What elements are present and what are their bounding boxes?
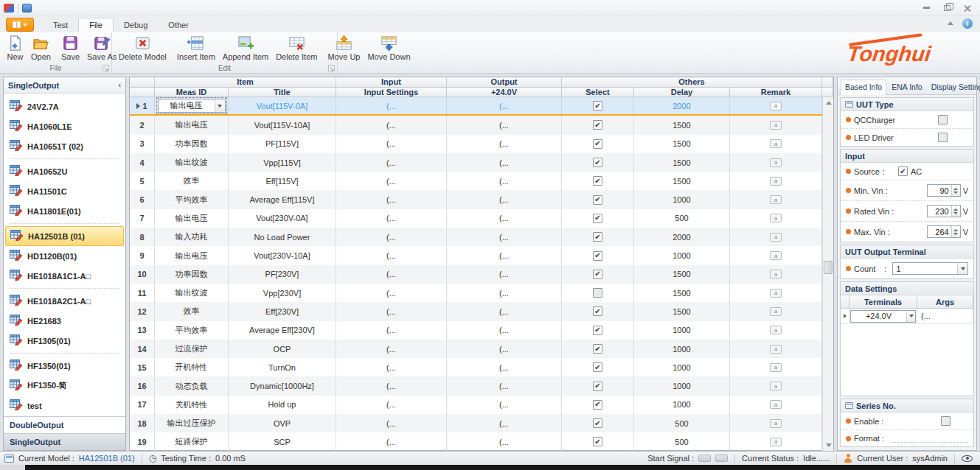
cell-meas-id[interactable]: 效率 <box>155 172 229 190</box>
remark-note-icon[interactable]: a <box>770 345 782 354</box>
cell-input-settings[interactable]: (... <box>336 358 447 376</box>
cell-delay[interactable]: 1000 <box>634 340 730 358</box>
cell-title[interactable]: Hold up <box>229 396 336 414</box>
cell-meas-id[interactable]: 过流保护 <box>155 340 229 358</box>
sidebar-item[interactable]: HA11501C <box>4 181 125 201</box>
cell-title[interactable]: No Load Power <box>229 228 336 246</box>
cell-output[interactable]: (... <box>447 302 562 320</box>
cell-delay[interactable]: 500 <box>634 414 730 432</box>
cell-title[interactable]: Eff[230V] <box>229 302 336 320</box>
cell-input-settings[interactable]: (... <box>336 97 447 114</box>
cell-input-settings[interactable]: (... <box>336 376 447 395</box>
application-menu-button[interactable] <box>6 18 34 32</box>
select-checkbox[interactable]: ✔ <box>593 400 602 410</box>
count-select[interactable]: 1 <box>892 262 968 275</box>
spinner-buttons[interactable] <box>951 226 960 237</box>
remark-note-icon[interactable]: a <box>770 419 782 428</box>
cell-delay[interactable]: 1500 <box>634 135 730 153</box>
scrollbar-thumb[interactable] <box>824 261 833 274</box>
measurement-row[interactable]: 19短路保护SCP(...(...✔500a <box>130 432 833 451</box>
cell-delay[interactable]: 2000 <box>634 228 730 246</box>
cell-output[interactable]: (... <box>447 97 562 114</box>
remark-note-icon[interactable]: a <box>770 289 782 298</box>
cell-title[interactable]: OCP <box>229 340 336 358</box>
cell-title[interactable]: Vpp[115V] <box>229 153 336 172</box>
cell-delay[interactable]: 1500 <box>634 302 730 320</box>
cell-output[interactable]: (... <box>447 172 562 190</box>
remark-note-icon[interactable]: a <box>770 102 782 111</box>
max-vin-input[interactable]: 264 <box>927 225 961 238</box>
select-checkbox[interactable]: ✔ <box>593 382 602 391</box>
collapse-ribbon-icon[interactable] <box>948 21 953 25</box>
measurement-row[interactable]: 15开机特性TurnOn(...(...✔1000a <box>130 358 833 376</box>
measurement-row[interactable]: 18输出过压保护OVP(...(...✔500a <box>130 414 833 432</box>
dropdown-button[interactable] <box>957 263 967 274</box>
col-header-output[interactable]: +24.0V <box>447 88 562 97</box>
cell-meas-id[interactable]: 功率因数 <box>155 135 229 153</box>
cell-meas-id[interactable]: 输出电压 <box>155 209 229 228</box>
select-checkbox[interactable]: ✔ <box>593 158 602 167</box>
measurement-row[interactable]: 14过流保护OCP(...(...✔1000a <box>130 340 833 358</box>
cell-output[interactable]: (... <box>447 321 562 340</box>
cell-title[interactable]: OVP <box>229 414 336 432</box>
sidebar-tab-doubleoutput[interactable]: DoubleOutput <box>4 416 125 433</box>
cell-meas-id[interactable]: 平均效率 <box>155 190 229 208</box>
measurement-row[interactable]: 1输出电压Vout[115V-0A](...(...✔2000a <box>130 97 833 116</box>
select-checkbox[interactable]: ✔ <box>593 214 602 223</box>
cell-meas-id[interactable]: 输出电压 <box>155 246 229 264</box>
cell-delay[interactable]: 1500 <box>634 116 730 134</box>
sidebar-item[interactable]: HA12501B (01) <box>5 226 124 246</box>
cell-delay[interactable]: 1500 <box>634 153 730 172</box>
cell-input-settings[interactable]: (... <box>336 340 447 358</box>
cell-output[interactable]: (... <box>447 246 562 264</box>
move-up-button[interactable]: Move Up <box>324 34 364 62</box>
collapse-left-icon[interactable]: ‹ <box>119 81 121 89</box>
cell-output[interactable]: (... <box>447 340 562 358</box>
remark-note-icon[interactable]: a <box>770 307 782 316</box>
cell-meas-id[interactable]: 动态负载 <box>155 376 229 395</box>
cell-output[interactable]: (... <box>447 153 562 172</box>
enable-checkbox[interactable] <box>941 416 951 426</box>
tab-based-info[interactable]: Based Info <box>841 80 886 95</box>
spinner-buttons[interactable] <box>951 185 960 196</box>
cell-meas-id[interactable]: 输出纹波 <box>155 284 229 302</box>
cell-meas-id[interactable]: 效率 <box>155 302 229 320</box>
cell-delay[interactable]: 1000 <box>634 190 730 208</box>
cell-output[interactable]: (... <box>447 284 562 302</box>
tab-other[interactable]: Other <box>158 18 199 32</box>
append-item-button[interactable]: Append Item <box>219 34 272 62</box>
ac-checkbox[interactable]: ✔ <box>898 166 908 176</box>
sidebar-item[interactable]: HE1018A2C1-A□ <box>4 291 125 311</box>
cell-title[interactable]: Average Eff[115V] <box>229 190 336 208</box>
cell-input-settings[interactable]: (... <box>336 396 447 414</box>
cell-delay[interactable]: 1000 <box>634 396 730 414</box>
cell-input-settings[interactable]: (... <box>336 246 447 264</box>
measurement-row[interactable]: 7输出电压Vout[230V-0A](...(...✔500a <box>130 209 833 228</box>
cell-input-settings[interactable]: (... <box>336 116 447 134</box>
cell-title[interactable]: Eff[115V] <box>229 172 336 190</box>
tab-ena-info[interactable]: ENA Info <box>888 80 925 94</box>
cell-input-settings[interactable]: (... <box>336 190 447 208</box>
cell-title[interactable]: Vout[230V-10A] <box>229 246 336 264</box>
quick-access-icon[interactable] <box>22 4 32 13</box>
sidebar-item[interactable]: HA1060L1E <box>4 116 125 136</box>
cell-output[interactable]: (... <box>447 376 562 395</box>
dialog-launcher-icon[interactable]: ↘ <box>102 65 109 71</box>
col-header-title[interactable]: Title <box>229 88 336 97</box>
col-header-meas-id[interactable]: Meas ID <box>155 88 229 97</box>
cell-meas-id[interactable]: 输出纹波 <box>155 153 229 172</box>
restore-button[interactable] <box>940 3 953 13</box>
format-field[interactable] <box>892 434 968 443</box>
select-checkbox[interactable]: ✔ <box>593 139 602 149</box>
measurement-row[interactable]: 8输入功耗No Load Power(...(...✔2000a <box>130 228 833 246</box>
cell-meas-id[interactable]: 平均效率 <box>155 321 229 340</box>
measurement-row[interactable]: 16动态负载Dynamic[1000Hz](...(...✔1000a <box>130 376 833 395</box>
remark-note-icon[interactable]: a <box>770 233 782 242</box>
sidebar-item[interactable]: HA11801E(01) <box>4 201 125 221</box>
select-checkbox[interactable]: ✔ <box>593 251 602 261</box>
qccharger-checkbox[interactable] <box>938 115 948 124</box>
cell-input-settings[interactable]: (... <box>336 321 447 340</box>
measurement-row[interactable]: 5效率Eff[115V](...(...✔1500a <box>130 172 833 190</box>
cell-delay[interactable]: 1500 <box>634 172 730 190</box>
remark-note-icon[interactable]: a <box>770 382 782 390</box>
